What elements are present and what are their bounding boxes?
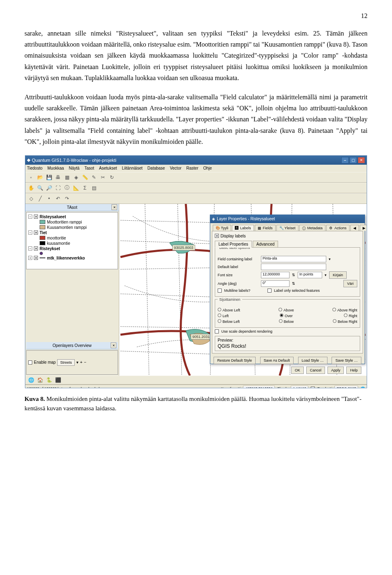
refresh-icon[interactable]: ↻ <box>108 173 116 181</box>
radio[interactable] <box>218 319 221 323</box>
layer-checkbox[interactable]: ✕ <box>34 246 38 251</box>
tab-general[interactable]: 🔧Yleiset <box>276 225 298 231</box>
scale-checkbox[interactable] <box>215 329 219 333</box>
cut-icon[interactable]: ✂ <box>99 173 107 181</box>
layer-add-icon[interactable]: ▦ <box>63 173 71 181</box>
extent-icon[interactable]: ⛶ <box>54 184 62 192</box>
redo-icon[interactable]: ↷ <box>63 195 71 203</box>
minimize-button[interactable]: ‒ <box>341 157 349 163</box>
load-style-button[interactable]: Load Style … <box>298 357 327 364</box>
help-button[interactable]: Help <box>346 367 361 374</box>
tab-actions[interactable]: ⚙Actions <box>326 225 350 231</box>
maximize-button[interactable]: ▢ <box>350 157 357 163</box>
radio[interactable] <box>344 313 347 317</box>
table-icon[interactable]: ▤ <box>90 184 98 192</box>
tab-nav-left[interactable]: ◀ <box>350 225 359 231</box>
zoom-in-icon[interactable]: 🔍 <box>36 184 44 192</box>
home-icon[interactable]: 🏠 <box>36 376 44 384</box>
display-labels-checkbox[interactable]: ✕ <box>215 234 219 238</box>
tab-metadata[interactable]: ⓘMetadata <box>299 225 326 231</box>
expand-icon[interactable]: + <box>28 256 32 260</box>
default-label-input[interactable] <box>261 264 326 270</box>
tab-style[interactable]: 🎨Tyyli <box>213 225 231 231</box>
subtab-label-properties[interactable]: Label Properties <box>215 241 252 248</box>
radio[interactable] <box>218 308 221 311</box>
radio[interactable] <box>333 319 336 323</box>
zoom-out-icon[interactable]: 🔎 <box>45 184 53 192</box>
sum-icon[interactable]: Σ <box>81 184 89 192</box>
radio[interactable] <box>332 308 336 311</box>
color-button[interactable]: Väri <box>343 280 357 287</box>
dropdown-icon[interactable]: ▾ <box>325 273 327 277</box>
font-button[interactable]: Kirjain <box>329 271 347 279</box>
panel-close-icon[interactable]: ✕ <box>111 204 117 210</box>
ruler-icon[interactable]: 📏 <box>81 173 89 181</box>
tab-nav-right[interactable]: ▶ <box>360 225 367 231</box>
map-canvas[interactable]: 93025.8003 9051.2031 87857.575 ◈ Layer P… <box>119 204 367 376</box>
font-size-input[interactable]: 12,000000 <box>261 272 290 278</box>
undo-icon[interactable]: ↶ <box>54 195 62 203</box>
plus-icon[interactable]: + <box>80 360 82 365</box>
print-icon[interactable]: 🖶 <box>54 173 62 181</box>
menu-item[interactable]: Näytä <box>69 166 80 170</box>
radio[interactable] <box>279 319 283 323</box>
layer-name[interactable]: mtk_liikenneverkko <box>47 256 85 260</box>
menu-item[interactable]: Tiedosto <box>27 166 42 170</box>
point-icon[interactable]: • <box>45 195 53 203</box>
plugin-icon[interactable]: ⬛ <box>54 376 62 384</box>
python-icon[interactable]: 🐍 <box>45 376 53 384</box>
dropdown-icon[interactable]: ▾ <box>76 360 78 365</box>
layer-checkbox[interactable]: ✕ <box>34 230 38 235</box>
menu-item[interactable]: Asetukset <box>99 166 117 170</box>
panel-close-icon[interactable]: ✕ <box>111 342 116 348</box>
tab-labels[interactable]: 🅰Labels <box>232 225 254 231</box>
restore-style-button[interactable]: Restore Default Style <box>214 357 256 364</box>
minus-icon[interactable]: − <box>84 360 87 365</box>
subtab-advanced[interactable]: Advanced <box>253 241 278 248</box>
save-style-button[interactable]: Save Style … <box>332 357 361 364</box>
dropdown-icon[interactable]: ▾ <box>329 257 331 261</box>
label-only-checkbox[interactable] <box>267 289 272 293</box>
db-icon[interactable]: ◈ <box>72 173 80 181</box>
menu-item[interactable]: Vector <box>170 166 181 170</box>
streets-button[interactable]: Streets <box>57 359 75 366</box>
layer-checkbox[interactable]: ✕ <box>34 256 38 260</box>
radio[interactable] <box>218 313 221 317</box>
spinner-icon[interactable]: ⇅ <box>292 282 295 286</box>
collapse-icon[interactable]: − <box>28 230 32 235</box>
apply-button[interactable]: Apply <box>327 367 344 374</box>
epsg-label[interactable]: EPSG:3067 <box>334 386 358 388</box>
menu-item[interactable]: Muokkaa <box>47 166 64 170</box>
cancel-button[interactable]: Cancel <box>306 367 325 374</box>
line-icon[interactable]: ╱ <box>36 195 44 203</box>
multiline-checkbox[interactable] <box>218 289 222 293</box>
save-icon[interactable]: 💾 <box>45 173 53 181</box>
open-icon[interactable]: 📂 <box>36 173 44 181</box>
layer-name[interactable]: Risteykset <box>40 246 60 251</box>
field-containing-select[interactable]: Pinta-ala <box>261 256 326 262</box>
globe-icon[interactable]: 🌐 <box>27 376 35 384</box>
poly-icon[interactable]: ◇ <box>27 195 35 203</box>
close-button[interactable]: ✕ <box>358 157 365 163</box>
render-checkbox[interactable]: ✕ <box>311 387 315 388</box>
layer-name[interactable]: Risteysalueet <box>40 215 66 219</box>
menu-item[interactable]: Database <box>147 166 165 170</box>
units-select[interactable]: In points <box>298 272 322 278</box>
menu-item[interactable]: Liitännäiset <box>122 166 143 170</box>
scale-value[interactable]: 1:12193 <box>291 386 308 388</box>
new-icon[interactable]: ▫ <box>27 173 35 181</box>
collapse-icon[interactable]: − <box>28 215 32 219</box>
collapse-icon[interactable]: − <box>28 246 32 251</box>
pan-icon[interactable]: ✋ <box>27 184 35 192</box>
menu-item[interactable]: Tasot <box>85 166 94 170</box>
tab-fields[interactable]: ▦Fields <box>255 225 276 231</box>
menu-item[interactable]: Ohje <box>203 166 212 170</box>
layer-checkbox[interactable]: ✕ <box>34 215 38 219</box>
enable-map-checkbox[interactable] <box>28 360 32 365</box>
pencil-icon[interactable]: ✎ <box>90 173 98 181</box>
ok-button[interactable]: OK <box>291 367 304 374</box>
layer-name[interactable]: Tiet <box>40 230 47 235</box>
radio[interactable] <box>278 308 282 311</box>
measure-icon[interactable]: 📐 <box>72 184 80 192</box>
radio[interactable] <box>280 313 283 317</box>
